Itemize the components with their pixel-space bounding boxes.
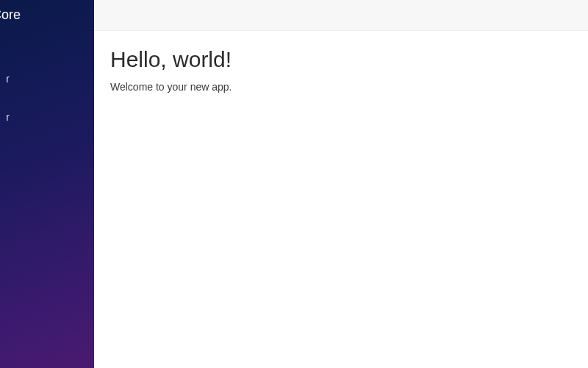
sidebar: ms Core r r [0, 0, 94, 368]
sidebar-item-0[interactable]: r [0, 67, 94, 91]
topbar [94, 0, 588, 31]
page-heading: Hello, world! [110, 47, 572, 72]
main-content: Hello, world! Welcome to your new app. [94, 31, 588, 368]
brand-title[interactable]: ms Core [0, 0, 94, 30]
sidebar-item-label: r [6, 111, 10, 123]
sidebar-item-1[interactable]: r [0, 105, 94, 129]
page-subtext: Welcome to your new app. [110, 81, 572, 93]
brand-label: ms Core [0, 7, 21, 23]
content-area: Hello, world! Welcome to your new app. [94, 0, 588, 368]
sidebar-nav: r r [0, 67, 94, 129]
sidebar-item-label: r [6, 73, 10, 85]
